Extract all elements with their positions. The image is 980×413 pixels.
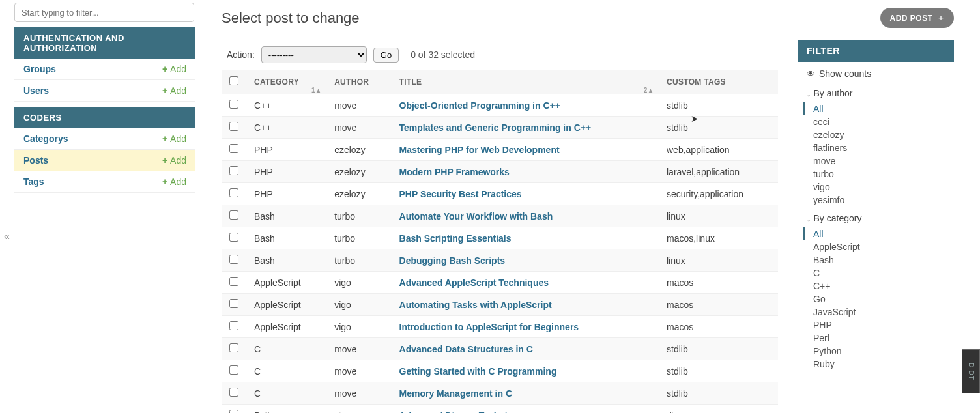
- filter-item[interactable]: Ruby: [809, 358, 945, 371]
- sidebar-item-users[interactable]: Users+ Add: [14, 80, 195, 102]
- row-checkbox[interactable]: [229, 299, 238, 308]
- row-checkbox[interactable]: [229, 255, 238, 264]
- filter-item[interactable]: yesimfo: [809, 193, 945, 206]
- filter-item[interactable]: turbo: [809, 167, 945, 180]
- row-checkbox[interactable]: [229, 365, 238, 375]
- filter-item[interactable]: Bash: [809, 253, 945, 266]
- post-title-link[interactable]: Introduction to AppleScript for Beginner…: [399, 322, 579, 332]
- cell-author: move: [326, 117, 391, 139]
- sidebar-collapse-handle[interactable]: «: [4, 231, 10, 242]
- cell-author: vigo: [326, 405, 391, 414]
- table-row: C++moveObject-Oriented Programming in C+…: [222, 94, 778, 117]
- sidebar-item-groups[interactable]: Groups+ Add: [14, 59, 195, 80]
- post-title-link[interactable]: Object-Oriented Programming in C++: [399, 100, 560, 111]
- sidebar-item-label[interactable]: Posts: [23, 155, 48, 165]
- row-checkbox[interactable]: [229, 277, 238, 286]
- cell-tags: stdlib: [659, 117, 778, 139]
- col-title[interactable]: TITLE 2 ▴: [392, 70, 659, 94]
- row-checkbox[interactable]: [229, 210, 238, 220]
- cell-author: turbo: [326, 249, 391, 272]
- cell-author: vigo: [326, 272, 391, 294]
- cell-category: Bash: [246, 205, 326, 227]
- sidebar-item-label[interactable]: Groups: [23, 64, 56, 74]
- sidebar-item-label[interactable]: Users: [23, 85, 49, 96]
- filter-item[interactable]: flatliners: [809, 141, 945, 154]
- post-title-link[interactable]: Getting Started with C Programming: [399, 366, 557, 377]
- show-counts-toggle[interactable]: Show counts: [807, 68, 945, 79]
- filter-item[interactable]: C++: [809, 279, 945, 292]
- sidebar-item-label[interactable]: Tags: [23, 177, 44, 187]
- row-checkbox[interactable]: [229, 100, 238, 109]
- cell-author: ezelozy: [326, 161, 391, 183]
- post-title-link[interactable]: Debugging Bash Scripts: [399, 255, 506, 266]
- sidebar-add-link[interactable]: + Add: [162, 85, 186, 96]
- sidebar-item-categorys[interactable]: Categorys+ Add: [14, 128, 195, 150]
- filter-item[interactable]: All: [803, 102, 945, 115]
- post-title-link[interactable]: PHP Security Best Practices: [399, 189, 522, 199]
- row-checkbox[interactable]: [229, 410, 238, 413]
- post-title-link[interactable]: Bash Scripting Essentials: [399, 233, 512, 244]
- action-select[interactable]: ---------: [261, 46, 367, 63]
- col-category[interactable]: CATEGORY 1 ▴: [246, 70, 326, 94]
- post-title-link[interactable]: Templates and Generic Programming in C++: [399, 122, 592, 133]
- select-all-checkbox[interactable]: [229, 76, 238, 85]
- filter-item[interactable]: PHP: [809, 319, 945, 332]
- sidebar-add-link[interactable]: + Add: [162, 134, 186, 144]
- cell-category: PHP: [246, 139, 326, 161]
- filter-item[interactable]: C: [809, 266, 945, 279]
- filter-item[interactable]: All: [803, 227, 945, 240]
- go-button[interactable]: Go: [373, 48, 399, 63]
- page-title: Select post to change: [222, 10, 360, 27]
- row-checkbox[interactable]: [229, 166, 238, 175]
- plus-icon: +: [162, 85, 167, 96]
- filter-item[interactable]: Go: [809, 292, 945, 306]
- filter-item[interactable]: ceci: [809, 115, 945, 128]
- row-checkbox[interactable]: [229, 388, 238, 397]
- cell-author: vigo: [326, 316, 391, 338]
- filter-item[interactable]: move: [809, 154, 945, 167]
- filter-item[interactable]: JavaScript: [809, 306, 945, 319]
- sidebar-item-posts[interactable]: Posts+ Add: [14, 150, 195, 171]
- cell-category: AppleScript: [246, 272, 326, 294]
- post-title-link[interactable]: Mastering PHP for Web Development: [399, 145, 560, 155]
- row-checkbox[interactable]: [229, 321, 238, 330]
- selection-count: 0 of 32 selected: [411, 50, 475, 60]
- post-title-link[interactable]: Advanced AppleScript Techniques: [399, 278, 549, 288]
- col-author[interactable]: AUTHOR: [326, 70, 391, 94]
- row-checkbox[interactable]: [229, 233, 238, 242]
- main-content: Select post to change ADD POST ＋ Action:…: [195, 0, 980, 413]
- post-title-link[interactable]: Automate Your Workflow with Bash: [399, 211, 553, 221]
- sidebar-filter-input[interactable]: [14, 3, 194, 22]
- cell-tags: stdlib: [659, 94, 778, 117]
- sidebar-add-link[interactable]: + Add: [162, 177, 186, 187]
- table-row: AppleScriptvigoIntroduction to AppleScri…: [222, 316, 778, 338]
- sidebar-item-label[interactable]: Categorys: [23, 134, 68, 144]
- filter-item[interactable]: vigo: [809, 180, 945, 193]
- post-title-link[interactable]: Modern PHP Frameworks: [399, 167, 510, 177]
- sidebar-section-header[interactable]: CODERS: [14, 107, 195, 128]
- add-post-button[interactable]: ADD POST ＋: [880, 8, 954, 28]
- sidebar-add-link[interactable]: + Add: [162, 155, 186, 165]
- cell-author: turbo: [326, 227, 391, 249]
- row-checkbox[interactable]: [229, 343, 238, 352]
- djdt-panel-toggle[interactable]: DjDT: [962, 349, 980, 393]
- filter-item[interactable]: Perl: [809, 332, 945, 345]
- cell-category: PHP: [246, 161, 326, 183]
- table-row: CmoveGetting Started with C Programmings…: [222, 360, 778, 382]
- post-title-link[interactable]: Advanced Django Techniques: [399, 410, 529, 414]
- sidebar-item-tags[interactable]: Tags+ Add: [14, 171, 195, 193]
- row-checkbox[interactable]: [229, 144, 238, 153]
- filter-item[interactable]: Python: [809, 345, 945, 358]
- row-checkbox[interactable]: [229, 188, 238, 197]
- post-title-link[interactable]: Automating Tasks with AppleScript: [399, 300, 552, 310]
- table-row: PHPezelozyMastering PHP for Web Developm…: [222, 139, 778, 161]
- filter-item[interactable]: AppleScript: [809, 240, 945, 253]
- table-row: BashturboBash Scripting Essentialsmacos,…: [222, 227, 778, 249]
- row-checkbox[interactable]: [229, 122, 238, 131]
- filter-item[interactable]: ezelozy: [809, 128, 945, 141]
- col-custom-tags[interactable]: CUSTOM TAGS: [659, 70, 778, 94]
- post-title-link[interactable]: Memory Management in C: [399, 388, 512, 399]
- sidebar-section-header[interactable]: AUTHENTICATION AND AUTHORIZATION: [14, 27, 195, 59]
- post-title-link[interactable]: Advanced Data Structures in C: [399, 344, 533, 354]
- sidebar-add-link[interactable]: + Add: [162, 64, 186, 74]
